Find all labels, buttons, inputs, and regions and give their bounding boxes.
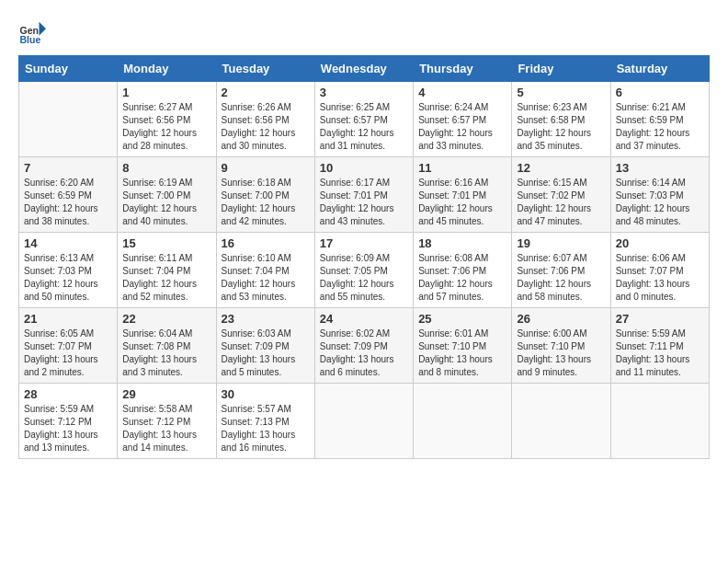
day-info: Sunrise: 6:03 AM Sunset: 7:09 PM Dayligh… bbox=[222, 327, 310, 379]
day-info: Sunrise: 5:59 AM Sunset: 7:12 PM Dayligh… bbox=[24, 403, 112, 454]
day-number: 10 bbox=[320, 161, 408, 175]
calendar-cell bbox=[610, 384, 709, 459]
day-info: Sunrise: 6:24 AM Sunset: 6:57 PM Dayligh… bbox=[418, 101, 506, 153]
day-info: Sunrise: 5:58 AM Sunset: 7:12 PM Dayligh… bbox=[122, 403, 210, 454]
calendar-cell: 18Sunrise: 6:08 AM Sunset: 7:06 PM Dayli… bbox=[414, 233, 512, 308]
day-number: 16 bbox=[222, 236, 310, 250]
day-number: 26 bbox=[517, 312, 605, 326]
calendar-cell bbox=[314, 384, 413, 459]
day-number: 25 bbox=[418, 312, 506, 326]
calendar-week-4: 21Sunrise: 6:05 AM Sunset: 7:07 PM Dayli… bbox=[19, 308, 710, 384]
column-header-monday: Monday bbox=[118, 56, 216, 82]
day-info: Sunrise: 6:25 AM Sunset: 6:57 PM Dayligh… bbox=[320, 101, 408, 153]
calendar-cell: 29Sunrise: 5:58 AM Sunset: 7:12 PM Dayli… bbox=[118, 384, 216, 459]
day-number: 4 bbox=[418, 86, 506, 99]
day-info: Sunrise: 6:21 AM Sunset: 6:59 PM Dayligh… bbox=[616, 101, 704, 153]
day-number: 21 bbox=[24, 312, 112, 326]
calendar-cell: 12Sunrise: 6:15 AM Sunset: 7:02 PM Dayli… bbox=[512, 157, 610, 233]
calendar-week-2: 7Sunrise: 6:20 AM Sunset: 6:59 PM Daylig… bbox=[19, 157, 710, 233]
column-header-sunday: Sunday bbox=[19, 56, 118, 82]
page-header: Gen Blue bbox=[18, 18, 710, 46]
day-number: 29 bbox=[122, 387, 210, 401]
day-number: 8 bbox=[122, 161, 210, 175]
day-number: 20 bbox=[616, 236, 704, 250]
day-info: Sunrise: 6:05 AM Sunset: 7:07 PM Dayligh… bbox=[24, 327, 112, 379]
day-number: 27 bbox=[616, 312, 704, 326]
day-info: Sunrise: 6:20 AM Sunset: 6:59 PM Dayligh… bbox=[24, 177, 112, 228]
day-number: 2 bbox=[222, 86, 310, 99]
day-info: Sunrise: 6:15 AM Sunset: 7:02 PM Dayligh… bbox=[517, 177, 605, 228]
calendar-cell bbox=[19, 82, 118, 157]
day-info: Sunrise: 6:19 AM Sunset: 7:00 PM Dayligh… bbox=[122, 177, 210, 228]
day-number: 14 bbox=[24, 236, 112, 250]
logo-icon: Gen Blue bbox=[18, 18, 46, 46]
day-number: 3 bbox=[320, 86, 408, 99]
day-number: 9 bbox=[222, 161, 310, 175]
calendar-cell: 3Sunrise: 6:25 AM Sunset: 6:57 PM Daylig… bbox=[314, 82, 413, 157]
column-header-tuesday: Tuesday bbox=[216, 56, 314, 82]
day-number: 17 bbox=[320, 236, 408, 250]
day-number: 19 bbox=[517, 236, 605, 250]
calendar-cell: 7Sunrise: 6:20 AM Sunset: 6:59 PM Daylig… bbox=[19, 157, 118, 233]
calendar-cell: 26Sunrise: 6:00 AM Sunset: 7:10 PM Dayli… bbox=[512, 308, 610, 384]
calendar-cell: 28Sunrise: 5:59 AM Sunset: 7:12 PM Dayli… bbox=[19, 384, 118, 459]
calendar-cell: 1Sunrise: 6:27 AM Sunset: 6:56 PM Daylig… bbox=[118, 82, 216, 157]
calendar-cell: 20Sunrise: 6:06 AM Sunset: 7:07 PM Dayli… bbox=[610, 233, 709, 308]
day-info: Sunrise: 6:04 AM Sunset: 7:08 PM Dayligh… bbox=[122, 327, 210, 379]
day-number: 24 bbox=[320, 312, 408, 326]
day-info: Sunrise: 6:14 AM Sunset: 7:03 PM Dayligh… bbox=[616, 177, 704, 228]
logo: Gen Blue bbox=[18, 18, 50, 46]
day-info: Sunrise: 6:16 AM Sunset: 7:01 PM Dayligh… bbox=[418, 177, 506, 228]
day-number: 23 bbox=[222, 312, 310, 326]
day-info: Sunrise: 6:18 AM Sunset: 7:00 PM Dayligh… bbox=[222, 177, 310, 228]
calendar-cell: 24Sunrise: 6:02 AM Sunset: 7:09 PM Dayli… bbox=[314, 308, 413, 384]
calendar-cell: 9Sunrise: 6:18 AM Sunset: 7:00 PM Daylig… bbox=[216, 157, 314, 233]
calendar-cell bbox=[414, 384, 512, 459]
day-info: Sunrise: 6:02 AM Sunset: 7:09 PM Dayligh… bbox=[320, 327, 408, 379]
day-info: Sunrise: 6:09 AM Sunset: 7:05 PM Dayligh… bbox=[320, 252, 408, 304]
day-number: 7 bbox=[24, 161, 112, 175]
calendar-cell: 8Sunrise: 6:19 AM Sunset: 7:00 PM Daylig… bbox=[118, 157, 216, 233]
day-info: Sunrise: 6:11 AM Sunset: 7:04 PM Dayligh… bbox=[122, 252, 210, 304]
day-number: 11 bbox=[418, 161, 506, 175]
day-number: 13 bbox=[616, 161, 704, 175]
calendar-cell: 23Sunrise: 6:03 AM Sunset: 7:09 PM Dayli… bbox=[216, 308, 314, 384]
day-info: Sunrise: 6:06 AM Sunset: 7:07 PM Dayligh… bbox=[616, 252, 704, 304]
calendar-cell: 25Sunrise: 6:01 AM Sunset: 7:10 PM Dayli… bbox=[414, 308, 512, 384]
column-header-wednesday: Wednesday bbox=[314, 56, 413, 82]
column-header-thursday: Thursday bbox=[414, 56, 512, 82]
day-number: 6 bbox=[616, 86, 704, 99]
day-info: Sunrise: 6:26 AM Sunset: 6:56 PM Dayligh… bbox=[222, 101, 310, 153]
day-info: Sunrise: 5:59 AM Sunset: 7:11 PM Dayligh… bbox=[616, 327, 704, 379]
calendar-cell: 22Sunrise: 6:04 AM Sunset: 7:08 PM Dayli… bbox=[118, 308, 216, 384]
calendar-cell: 6Sunrise: 6:21 AM Sunset: 6:59 PM Daylig… bbox=[610, 82, 709, 157]
day-info: Sunrise: 6:23 AM Sunset: 6:58 PM Dayligh… bbox=[517, 101, 605, 153]
calendar-cell: 14Sunrise: 6:13 AM Sunset: 7:03 PM Dayli… bbox=[19, 233, 118, 308]
calendar-cell: 17Sunrise: 6:09 AM Sunset: 7:05 PM Dayli… bbox=[314, 233, 413, 308]
day-info: Sunrise: 6:10 AM Sunset: 7:04 PM Dayligh… bbox=[222, 252, 310, 304]
day-number: 28 bbox=[24, 387, 112, 401]
calendar-cell: 4Sunrise: 6:24 AM Sunset: 6:57 PM Daylig… bbox=[414, 82, 512, 157]
calendar-cell: 13Sunrise: 6:14 AM Sunset: 7:03 PM Dayli… bbox=[610, 157, 709, 233]
day-number: 1 bbox=[122, 86, 210, 99]
calendar-cell: 15Sunrise: 6:11 AM Sunset: 7:04 PM Dayli… bbox=[118, 233, 216, 308]
calendar-table: SundayMondayTuesdayWednesdayThursdayFrid… bbox=[18, 55, 710, 459]
svg-text:Blue: Blue bbox=[20, 34, 41, 45]
day-number: 30 bbox=[222, 387, 310, 401]
day-number: 12 bbox=[517, 161, 605, 175]
calendar-header-row: SundayMondayTuesdayWednesdayThursdayFrid… bbox=[19, 56, 710, 82]
day-number: 5 bbox=[517, 86, 605, 99]
calendar-cell: 16Sunrise: 6:10 AM Sunset: 7:04 PM Dayli… bbox=[216, 233, 314, 308]
calendar-week-3: 14Sunrise: 6:13 AM Sunset: 7:03 PM Dayli… bbox=[19, 233, 710, 308]
day-number: 22 bbox=[122, 312, 210, 326]
column-header-friday: Friday bbox=[512, 56, 610, 82]
calendar-cell bbox=[512, 384, 610, 459]
calendar-week-1: 1Sunrise: 6:27 AM Sunset: 6:56 PM Daylig… bbox=[19, 82, 710, 157]
svg-marker-2 bbox=[40, 22, 47, 36]
calendar-cell: 11Sunrise: 6:16 AM Sunset: 7:01 PM Dayli… bbox=[414, 157, 512, 233]
day-info: Sunrise: 6:13 AM Sunset: 7:03 PM Dayligh… bbox=[24, 252, 112, 304]
calendar-cell: 30Sunrise: 5:57 AM Sunset: 7:13 PM Dayli… bbox=[216, 384, 314, 459]
calendar-cell: 5Sunrise: 6:23 AM Sunset: 6:58 PM Daylig… bbox=[512, 82, 610, 157]
calendar-cell: 27Sunrise: 5:59 AM Sunset: 7:11 PM Dayli… bbox=[610, 308, 709, 384]
day-number: 18 bbox=[418, 236, 506, 250]
